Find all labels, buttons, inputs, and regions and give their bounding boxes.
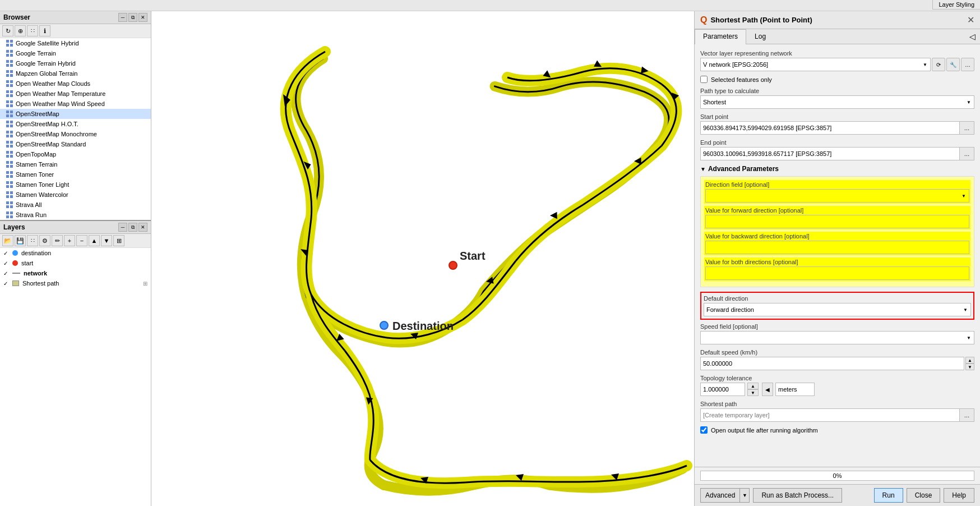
dialog-content: Vector layer representing network V netw… [695,44,980,467]
both-dir-input[interactable] [705,266,969,280]
run-btn[interactable]: Run [874,488,903,503]
layer-item[interactable]: ✓ Shortest path ⊞ [0,278,151,288]
dialog-collapse-btn[interactable]: ◁ [965,29,980,44]
browser-item[interactable]: Strava Run [0,210,151,220]
advanced-dropdown-btn[interactable]: ▼ [739,488,750,503]
map-area[interactable]: Start Destination [151,11,694,506]
browser-refresh-btn[interactable]: ↻ [2,25,13,36]
browser-item[interactable]: OpenStreetMap [0,109,151,119]
default-dir-label: Default direction [704,295,971,302]
layers-minimize-btn[interactable]: ─ [118,223,127,232]
selected-features-checkbox[interactable] [700,76,708,83]
browser-item[interactable]: Google Terrain Hybrid [0,58,151,68]
end-point-btn[interactable]: … [960,147,974,160]
default-dir-select[interactable]: Forward direction Backward direction Bot… [704,303,971,316]
fwd-dir-label: Value for forward direction [optional] [705,207,969,214]
layers-list: ✓ destination ✓ start ✓ network ✓ Shorte… [0,248,151,506]
filter-layer-btn[interactable]: ∷ [27,235,38,246]
open-layer-btn[interactable]: 📂 [2,235,13,246]
shortest-path-input[interactable] [700,408,960,422]
browser-item[interactable]: OpenStreetMap Standard [0,139,151,149]
end-point-input[interactable] [700,147,960,160]
layer-item[interactable]: ✓ start [0,258,151,268]
speed-down-btn[interactable]: ▼ [965,364,974,370]
vector-layer-more-btn[interactable]: … [961,58,974,71]
browser-item[interactable]: Strava All [0,200,151,210]
advanced-btn[interactable]: Advanced [700,488,739,503]
default-speed-input[interactable] [700,357,964,370]
browser-item[interactable]: Google Satellite Hybrid [0,38,151,48]
vector-layer-edit-btn[interactable]: 🔧 [946,58,960,71]
run-batch-btn[interactable]: Run as Batch Process... [753,488,842,503]
help-btn[interactable]: Help [944,488,974,503]
tab-parameters[interactable]: Parameters [695,29,746,44]
tab-log[interactable]: Log [746,29,774,44]
both-dir-row: Value for both directions [optional] [704,257,970,281]
layer-item[interactable]: ✓ network [0,268,151,278]
browser-float-btn[interactable]: ⧉ [128,13,137,22]
shortest-path-dialog: Q Shortest Path (Point to Point) ✕ Param… [694,11,980,506]
browser-info-btn[interactable]: ℹ [39,25,50,36]
vector-layer-refresh-btn[interactable]: ⟳ [932,58,945,71]
browser-item[interactable]: Stamen Toner Light [0,180,151,190]
topo-unit-left-btn[interactable]: ◀ [762,383,773,396]
remove-layer-btn[interactable]: − [76,235,87,246]
vector-layer-select[interactable]: V network [EPSG:2056] [700,58,931,71]
line-icon [12,273,20,274]
browser-titlebar: Browser ─ ⧉ ✕ [0,11,151,24]
browser-item[interactable]: OpenStreetMap H.O.T. [0,119,151,129]
selected-features-label: Selected features only [711,76,772,83]
topo-up-btn[interactable]: ▲ [747,383,759,389]
dialog-close-btn[interactable]: ✕ [967,15,974,25]
topo-tolerance-input[interactable] [700,383,745,396]
both-dir-label: Value for both directions [optional] [705,259,969,265]
browser-minimize-btn[interactable]: ─ [118,13,127,22]
grid-icon [6,211,13,219]
start-point-input[interactable] [700,121,960,135]
dir-field-label: Direction field [optional] [705,181,969,188]
dir-field-select[interactable] [705,189,969,203]
browser-add-btn[interactable]: ⊕ [15,25,26,36]
edit-layer-btn[interactable]: ✏ [52,235,63,246]
advanced-params-header[interactable]: ▼ Advanced Parameters [700,165,974,173]
browser-item[interactable]: Stamen Watercolor [0,190,151,200]
topo-tolerance-row: Topology tolerance ▲ ▼ ◀ meters [700,375,974,396]
move-up-btn[interactable]: ▲ [89,235,100,246]
browser-item[interactable]: Mapzen Global Terrain [0,68,151,79]
browser-item[interactable]: OpenStreetMap Monochrome [0,129,151,139]
move-down-btn[interactable]: ▼ [101,235,112,246]
topo-down-btn[interactable]: ▼ [747,389,759,396]
speed-up-btn[interactable]: ▲ [965,357,974,364]
browser-filter-btn[interactable]: ∷ [27,25,38,36]
selected-features-row: Selected features only [700,76,974,83]
add-layer-btn[interactable]: + [64,235,75,246]
layer-item[interactable]: ✓ destination [0,248,151,258]
browser-item[interactable]: Open Weather Map Temperature [0,89,151,99]
browser-item[interactable]: OpenTopoMap [0,149,151,159]
start-point-label: Start point [700,113,974,120]
browser-item[interactable]: Stamen Toner [0,169,151,180]
browser-close-btn[interactable]: ✕ [138,13,147,22]
shortest-path-btn[interactable]: … [960,408,974,422]
open-output-checkbox[interactable] [700,426,708,434]
browser-item[interactable]: Stamen Terrain [0,159,151,169]
expand-all-btn[interactable]: ⊞ [113,235,124,246]
layers-float-btn[interactable]: ⧉ [128,223,137,232]
check-mark: ✓ [3,250,8,256]
fwd-dir-input[interactable] [705,215,969,228]
start-point-btn[interactable]: … [960,121,974,135]
browser-item[interactable]: Open Weather Map Wind Speed [0,99,151,109]
browser-item[interactable]: Open Weather Map Clouds [0,79,151,89]
save-layer-btn[interactable]: 💾 [15,235,26,246]
grid-icon [6,191,13,199]
speed-field-select[interactable] [700,331,974,344]
properties-layer-btn[interactable]: ⚙ [39,235,50,246]
close-btn[interactable]: Close [907,488,941,503]
bwd-dir-input[interactable] [705,241,969,254]
browser-item[interactable]: Google Terrain [0,48,151,58]
layer-styling-tab[interactable]: Layer Styling [932,0,980,10]
dialog-tabs: Parameters Log ◁ [695,29,980,44]
topo-unit-select[interactable]: meters [775,383,815,396]
path-type-select[interactable]: Shortest [700,95,974,109]
layers-close-btn[interactable]: ✕ [138,223,147,232]
